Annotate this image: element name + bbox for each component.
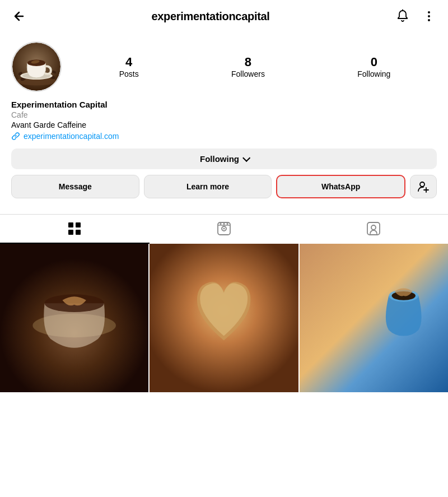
add-friend-button[interactable]	[410, 175, 437, 198]
learn-more-button[interactable]: Learn more	[144, 175, 272, 198]
profile-section: 4 Posts 8 Followers 0 Following Experime…	[0, 32, 448, 205]
svg-point-16	[420, 182, 424, 187]
learn-more-button-label: Learn more	[186, 182, 229, 191]
message-button[interactable]: Message	[11, 175, 139, 198]
svg-rect-22	[76, 230, 81, 235]
profile-top-row: 4 Posts 8 Followers 0 Following	[11, 41, 437, 92]
svg-rect-37	[300, 244, 448, 392]
avatar-image	[12, 43, 60, 91]
following-button[interactable]: Following	[11, 148, 437, 169]
avatar[interactable]	[11, 41, 62, 92]
whatsapp-button-label: WhatsApp	[321, 182, 360, 191]
bio-section: Experimentation Capital Cafe Avant Garde…	[11, 100, 437, 141]
bell-icon	[395, 9, 410, 24]
profile-category: Cafe	[11, 110, 437, 119]
svg-point-29	[227, 223, 228, 225]
grid-icon	[67, 221, 82, 236]
photo-grid	[0, 244, 448, 392]
posts-count: 4	[125, 55, 132, 69]
notification-button[interactable]	[394, 8, 411, 25]
following-count: 0	[371, 55, 377, 69]
tab-reels[interactable]	[150, 215, 299, 244]
photo-cell-1[interactable]	[0, 244, 148, 392]
svg-rect-30	[367, 222, 380, 235]
secondary-buttons-row: Message Learn more WhatsApp	[11, 175, 437, 198]
more-options-button[interactable]	[421, 8, 437, 24]
following-button-label: Following	[200, 154, 239, 164]
svg-point-28	[223, 223, 225, 225]
tab-grid[interactable]	[0, 215, 150, 244]
svg-point-3	[428, 19, 430, 21]
svg-point-27	[220, 223, 222, 225]
profile-name: Experimentation Capital	[11, 100, 437, 109]
header-actions	[394, 8, 437, 25]
svg-point-31	[371, 225, 376, 230]
more-icon	[422, 10, 436, 23]
svg-point-25	[223, 228, 225, 230]
followers-label: Followers	[231, 69, 265, 78]
reels-icon	[217, 221, 231, 236]
followers-stat[interactable]: 8 Followers	[231, 55, 265, 78]
posts-stat[interactable]: 4 Posts	[119, 55, 139, 78]
action-buttons: Following Message Learn more WhatsApp	[11, 148, 437, 198]
svg-rect-19	[68, 222, 73, 227]
svg-point-2	[428, 15, 430, 17]
back-button[interactable]	[11, 8, 27, 24]
whatsapp-button[interactable]: WhatsApp	[276, 175, 405, 198]
tabs-bar	[0, 214, 448, 244]
svg-rect-21	[68, 230, 73, 235]
chevron-down-icon	[242, 154, 250, 161]
posts-label: Posts	[119, 69, 139, 78]
back-icon	[12, 10, 26, 23]
photo-3	[300, 244, 448, 392]
photo-1	[0, 244, 148, 392]
following-label: Following	[357, 69, 390, 78]
photo-cell-3[interactable]	[300, 244, 448, 392]
tab-tagged[interactable]	[298, 215, 448, 244]
followers-count: 8	[245, 55, 251, 69]
photo-2	[150, 244, 298, 392]
header: experimentationcapital	[0, 0, 448, 32]
profile-bio: Avant Garde Caffeine	[11, 120, 437, 129]
profile-website-text: experimentationcapital.com	[24, 132, 119, 141]
tagged-icon	[366, 221, 381, 236]
following-stat[interactable]: 0 Following	[357, 55, 390, 78]
svg-rect-20	[76, 222, 81, 227]
message-button-label: Message	[59, 182, 92, 191]
following-button-row: Following	[11, 148, 437, 169]
profile-website-link[interactable]: experimentationcapital.com	[11, 132, 437, 141]
svg-point-1	[428, 11, 430, 13]
add-person-icon	[417, 180, 430, 193]
stats-row: 4 Posts 8 Followers 0 Following	[73, 55, 437, 78]
photo-cell-2[interactable]	[150, 244, 298, 392]
link-icon	[11, 132, 20, 141]
profile-username: experimentationcapital	[151, 10, 269, 23]
